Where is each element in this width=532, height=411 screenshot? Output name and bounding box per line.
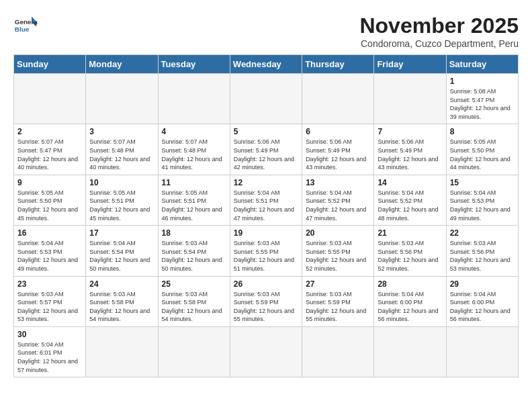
- calendar-table: SundayMondayTuesdayWednesdayThursdayFrid…: [13, 54, 519, 377]
- calendar-week-row: 2Sunrise: 5:07 AMSunset: 5:47 PMDaylight…: [14, 124, 519, 175]
- day-number: 4: [162, 127, 226, 136]
- day-info: Sunrise: 5:06 AMSunset: 5:49 PMDaylight:…: [378, 138, 442, 171]
- calendar-cell: [86, 326, 158, 377]
- calendar-cell: 26Sunrise: 5:03 AMSunset: 5:59 PMDayligh…: [230, 276, 302, 326]
- header-area: General Blue November 2025 Condoroma, Cu…: [13, 13, 519, 49]
- day-info: Sunrise: 5:03 AMSunset: 5:58 PMDaylight:…: [162, 290, 226, 324]
- calendar-cell: [374, 326, 446, 377]
- day-info: Sunrise: 5:06 AMSunset: 5:49 PMDaylight:…: [306, 138, 370, 171]
- day-info: Sunrise: 5:03 AMSunset: 5:54 PMDaylight:…: [162, 239, 226, 273]
- day-info: Sunrise: 5:05 AMSunset: 5:51 PMDaylight:…: [162, 189, 226, 222]
- day-info: Sunrise: 5:04 AMSunset: 6:00 PMDaylight:…: [378, 290, 442, 324]
- weekday-header-row: SundayMondayTuesdayWednesdayThursdayFrid…: [14, 55, 519, 74]
- day-number: 3: [89, 127, 154, 136]
- calendar-cell: 15Sunrise: 5:04 AMSunset: 5:53 PMDayligh…: [446, 175, 518, 225]
- calendar-cell: 6Sunrise: 5:06 AMSunset: 5:49 PMDaylight…: [302, 124, 374, 175]
- day-number: 2: [17, 127, 82, 136]
- weekday-header-wednesday: Wednesday: [230, 55, 302, 74]
- day-info: Sunrise: 5:03 AMSunset: 5:56 PMDaylight:…: [450, 239, 515, 273]
- day-number: 12: [234, 178, 298, 187]
- calendar-cell: 9Sunrise: 5:05 AMSunset: 5:50 PMDaylight…: [14, 175, 86, 225]
- day-info: Sunrise: 5:04 AMSunset: 5:51 PMDaylight:…: [234, 189, 298, 222]
- day-info: Sunrise: 5:07 AMSunset: 5:48 PMDaylight:…: [162, 138, 226, 171]
- weekday-header-monday: Monday: [86, 55, 158, 74]
- day-number: 28: [378, 279, 442, 289]
- calendar-cell: [302, 326, 374, 377]
- day-number: 13: [306, 178, 370, 187]
- general-blue-logo-icon: General Blue: [13, 13, 38, 38]
- day-info: Sunrise: 5:03 AMSunset: 5:56 PMDaylight:…: [378, 239, 442, 273]
- day-info: Sunrise: 5:04 AMSunset: 5:54 PMDaylight:…: [89, 239, 154, 273]
- day-info: Sunrise: 5:06 AMSunset: 5:49 PMDaylight:…: [234, 138, 298, 171]
- calendar-cell: 12Sunrise: 5:04 AMSunset: 5:51 PMDayligh…: [230, 175, 302, 225]
- calendar-cell: 10Sunrise: 5:05 AMSunset: 5:51 PMDayligh…: [86, 175, 158, 225]
- day-number: 16: [17, 228, 82, 238]
- day-info: Sunrise: 5:03 AMSunset: 5:59 PMDaylight:…: [306, 290, 370, 324]
- calendar-week-row: 23Sunrise: 5:03 AMSunset: 5:57 PMDayligh…: [14, 276, 519, 326]
- weekday-header-tuesday: Tuesday: [158, 55, 230, 74]
- title-area: November 2025 Condoroma, Cuzco Departmen…: [359, 13, 519, 49]
- day-number: 8: [450, 127, 515, 136]
- calendar-cell: 5Sunrise: 5:06 AMSunset: 5:49 PMDaylight…: [230, 124, 302, 175]
- calendar-week-row: 16Sunrise: 5:04 AMSunset: 5:53 PMDayligh…: [14, 226, 519, 276]
- day-info: Sunrise: 5:03 AMSunset: 5:55 PMDaylight:…: [306, 239, 370, 273]
- calendar-cell: 29Sunrise: 5:04 AMSunset: 6:00 PMDayligh…: [446, 276, 518, 326]
- calendar-week-row: 30Sunrise: 5:04 AMSunset: 6:01 PMDayligh…: [14, 326, 519, 377]
- day-number: 6: [306, 127, 370, 136]
- day-number: 23: [17, 279, 82, 289]
- day-number: 9: [17, 178, 82, 187]
- weekday-header-saturday: Saturday: [446, 55, 518, 74]
- calendar-cell: 23Sunrise: 5:03 AMSunset: 5:57 PMDayligh…: [14, 276, 86, 326]
- day-number: 26: [234, 279, 298, 289]
- calendar-cell: [158, 74, 230, 124]
- logo: General Blue: [13, 13, 38, 38]
- weekday-header-thursday: Thursday: [302, 55, 374, 74]
- calendar-cell: [86, 74, 158, 124]
- day-number: 7: [378, 127, 442, 136]
- day-info: Sunrise: 5:05 AMSunset: 5:50 PMDaylight:…: [17, 189, 82, 222]
- calendar-cell: 2Sunrise: 5:07 AMSunset: 5:47 PMDaylight…: [14, 124, 86, 175]
- day-info: Sunrise: 5:04 AMSunset: 6:01 PMDaylight:…: [17, 340, 82, 374]
- day-number: 29: [450, 279, 515, 289]
- day-info: Sunrise: 5:08 AMSunset: 5:47 PMDaylight:…: [450, 87, 515, 121]
- calendar-cell: 28Sunrise: 5:04 AMSunset: 6:00 PMDayligh…: [374, 276, 446, 326]
- day-info: Sunrise: 5:05 AMSunset: 5:51 PMDaylight:…: [89, 189, 154, 222]
- day-info: Sunrise: 5:04 AMSunset: 6:00 PMDaylight:…: [450, 290, 515, 324]
- day-number: 24: [89, 279, 154, 289]
- calendar-cell: 3Sunrise: 5:07 AMSunset: 5:48 PMDaylight…: [86, 124, 158, 175]
- calendar-cell: 25Sunrise: 5:03 AMSunset: 5:58 PMDayligh…: [158, 276, 230, 326]
- calendar-cell: [374, 74, 446, 124]
- day-number: 1: [450, 77, 515, 86]
- calendar-cell: 1Sunrise: 5:08 AMSunset: 5:47 PMDaylight…: [446, 74, 518, 124]
- calendar-cell: [158, 326, 230, 377]
- day-info: Sunrise: 5:05 AMSunset: 5:50 PMDaylight:…: [450, 138, 515, 171]
- calendar-cell: 24Sunrise: 5:03 AMSunset: 5:58 PMDayligh…: [86, 276, 158, 326]
- calendar-cell: 11Sunrise: 5:05 AMSunset: 5:51 PMDayligh…: [158, 175, 230, 225]
- calendar-cell: 27Sunrise: 5:03 AMSunset: 5:59 PMDayligh…: [302, 276, 374, 326]
- calendar-cell: [302, 74, 374, 124]
- day-info: Sunrise: 5:03 AMSunset: 5:58 PMDaylight:…: [89, 290, 154, 324]
- day-info: Sunrise: 5:04 AMSunset: 5:52 PMDaylight:…: [378, 189, 442, 222]
- day-number: 14: [378, 178, 442, 187]
- calendar-week-row: 1Sunrise: 5:08 AMSunset: 5:47 PMDaylight…: [14, 74, 519, 124]
- day-number: 25: [162, 279, 226, 289]
- day-info: Sunrise: 5:03 AMSunset: 5:59 PMDaylight:…: [234, 290, 298, 324]
- svg-text:Blue: Blue: [15, 26, 30, 33]
- day-number: 30: [17, 330, 82, 339]
- day-info: Sunrise: 5:07 AMSunset: 5:48 PMDaylight:…: [89, 138, 154, 171]
- day-info: Sunrise: 5:07 AMSunset: 5:47 PMDaylight:…: [17, 138, 82, 171]
- calendar-cell: 16Sunrise: 5:04 AMSunset: 5:53 PMDayligh…: [14, 226, 86, 276]
- day-info: Sunrise: 5:03 AMSunset: 5:55 PMDaylight:…: [234, 239, 298, 273]
- calendar-cell: 22Sunrise: 5:03 AMSunset: 5:56 PMDayligh…: [446, 226, 518, 276]
- day-info: Sunrise: 5:04 AMSunset: 5:52 PMDaylight:…: [306, 189, 370, 222]
- calendar-cell: 21Sunrise: 5:03 AMSunset: 5:56 PMDayligh…: [374, 226, 446, 276]
- day-number: 27: [306, 279, 370, 289]
- calendar-cell: 8Sunrise: 5:05 AMSunset: 5:50 PMDaylight…: [446, 124, 518, 175]
- calendar-cell: 14Sunrise: 5:04 AMSunset: 5:52 PMDayligh…: [374, 175, 446, 225]
- weekday-header-sunday: Sunday: [14, 55, 86, 74]
- day-number: 5: [234, 127, 298, 136]
- day-number: 15: [450, 178, 515, 187]
- subtitle: Condoroma, Cuzco Department, Peru: [359, 38, 519, 49]
- calendar-cell: 20Sunrise: 5:03 AMSunset: 5:55 PMDayligh…: [302, 226, 374, 276]
- day-number: 17: [89, 228, 154, 238]
